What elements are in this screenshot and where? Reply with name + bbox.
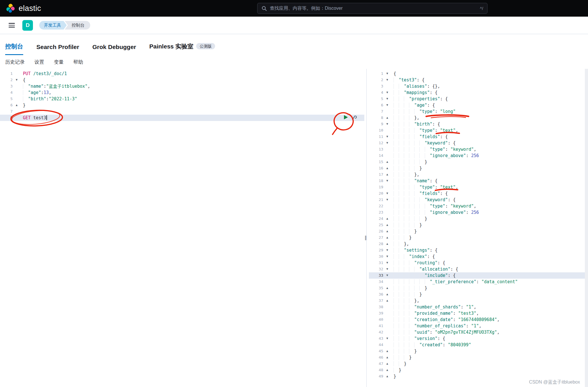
space-avatar[interactable]: D [22,20,33,31]
fold-close-icon[interactable]: ▲ [384,348,390,354]
fold-close-icon[interactable]: ▲ [384,285,390,291]
tab-console[interactable]: 控制台 [5,42,23,55]
code-line[interactable]: 26▲ } [369,228,588,234]
code-line[interactable]: 11▼ "fields": { [369,134,588,140]
fold-close-icon[interactable]: ▲ [384,171,390,178]
code-line[interactable]: 6▼ "age": { [369,102,588,108]
code-line[interactable]: 2▼ "test3": { [369,77,588,83]
code-line[interactable]: 8GET test3 [0,115,364,121]
fold-open-icon[interactable]: ▼ [384,335,390,342]
code-line[interactable]: 12▼ "keyword": { [369,140,588,146]
code-line[interactable]: 2▼{ [0,77,364,83]
code-line[interactable]: 10 "type": "text", [369,127,588,134]
fold-open-icon[interactable]: ▼ [384,247,390,253]
code-line[interactable]: 31▼ "routing": { [369,260,588,266]
code-line[interactable]: 40 "creation_date": "1667440809684", [369,316,588,323]
fold-close-icon[interactable]: ▲ [384,165,390,171]
fold-close-icon[interactable]: ▲ [384,291,390,298]
code-line[interactable]: 41 "number_of_replicas": "1", [369,323,588,329]
breadcrumb-console[interactable]: 控制台 [65,21,90,30]
code-line[interactable]: 32▼ "allocation": { [369,266,588,272]
code-line[interactable]: 22 "type": "keyword", [369,203,588,209]
code-line[interactable]: 17▲ }, [369,171,588,178]
menu-variables[interactable]: 变量 [54,59,64,65]
menu-settings[interactable]: 设置 [34,59,44,65]
fold-open-icon[interactable]: ▼ [384,134,390,140]
code-line[interactable]: 18▼ "name": { [369,178,588,184]
menu-icon[interactable] [9,23,15,28]
tab-search-profiler[interactable]: Search Profiler [36,44,79,55]
code-line[interactable]: 15▲ } [369,159,588,165]
code-line[interactable]: 42 "uuid": "oM2pn7gvTXC4ZjMFUO3TXg", [369,329,588,335]
code-line[interactable]: 7 "type": "long" [369,108,588,115]
fold-open-icon[interactable]: ▼ [384,253,390,260]
global-search-input[interactable]: 查找应用、内容等。例如：Discover ^/ [257,3,487,14]
code-line[interactable]: 48▲ } [369,367,588,373]
code-line[interactable]: 24▲ } [369,216,588,222]
fold-open-icon[interactable]: ▼ [384,89,390,96]
code-line[interactable]: 35▲ } [369,285,588,291]
code-line[interactable]: 4 "age":13, [0,89,364,96]
code-line[interactable]: 5 "birth":"2022-11-3" [0,96,364,102]
fold-close-icon[interactable]: ▲ [384,115,390,121]
tab-painless-lab[interactable]: Painless 实验室公测版 [149,42,215,55]
fold-close-icon[interactable]: ▲ [384,241,390,247]
code-line[interactable]: 34 "_tier_preference": "data_content" [369,279,588,285]
code-line[interactable]: 37▲ }, [369,298,588,304]
code-line[interactable]: 49▲} [369,373,588,380]
code-line[interactable]: 7 [0,108,364,115]
fold-open-icon[interactable]: ▼ [384,96,390,102]
fold-close-icon[interactable]: ▲ [384,159,390,165]
code-line[interactable]: 3 "aliases": {}, [369,83,588,89]
code-line[interactable]: 13 "type": "keyword", [369,146,588,153]
response-editor[interactable]: 1▼{2▼ "test3": {3 "aliases": {},4▼ "mapp… [369,69,588,387]
code-line[interactable]: 29▼ "settings": { [369,247,588,253]
code-line[interactable]: 25▲ } [369,222,588,228]
breadcrumb-dev-tools[interactable]: 开发工具 [39,21,67,30]
fold-open-icon[interactable]: ▼ [384,190,390,197]
code-line[interactable]: 43▼ "version": { [369,335,588,342]
code-line[interactable]: 47▲ } [369,361,588,367]
fold-close-icon[interactable]: ▲ [384,234,390,241]
panel-splitter[interactable]: ‖ [364,69,369,387]
fold-open-icon[interactable]: ▼ [384,197,390,203]
code-line[interactable]: 6▲} [0,102,364,108]
code-line[interactable]: 5▼ "properties": { [369,96,588,102]
code-line[interactable]: 16▲ } [369,165,588,171]
fold-open-icon[interactable]: ▼ [384,77,390,83]
fold-open-icon[interactable]: ▼ [384,178,390,184]
fold-open-icon[interactable]: ▼ [14,77,19,83]
fold-open-icon[interactable]: ▼ [384,272,390,279]
menu-help[interactable]: 帮助 [73,59,83,65]
fold-close-icon[interactable]: ▲ [384,228,390,234]
fold-close-icon[interactable]: ▲ [384,373,390,380]
elastic-logo[interactable]: elastic [6,3,41,13]
fold-open-icon[interactable]: ▼ [384,260,390,266]
code-line[interactable]: 28▲ }, [369,241,588,247]
code-line[interactable]: 46▲ } [369,354,588,361]
fold-close-icon[interactable]: ▲ [14,102,19,108]
fold-open-icon[interactable]: ▼ [384,266,390,272]
code-line[interactable]: 39 "provided_name": "test3", [369,310,588,316]
code-line[interactable]: 19 "type": "text", [369,184,588,190]
tab-grok-debugger[interactable]: Grok Debugger [92,44,136,55]
code-line[interactable]: 4▼ "mappings": { [369,89,588,96]
wrench-icon[interactable] [351,114,357,120]
menu-history[interactable]: 历史记录 [5,59,25,65]
fold-close-icon[interactable]: ▲ [384,222,390,228]
code-line[interactable]: 45▲ } [369,348,588,354]
fold-close-icon[interactable]: ▲ [384,216,390,222]
code-line[interactable]: 8▲ }, [369,115,588,121]
fold-close-icon[interactable]: ▲ [384,354,390,361]
code-line[interactable]: 9▼ "birth": { [369,121,588,127]
code-line[interactable]: 38 "number_of_shards": "1", [369,304,588,310]
code-line[interactable]: 23 "ignore_above": 256 [369,209,588,216]
code-line[interactable]: 1▼{ [369,71,588,77]
fold-open-icon[interactable]: ▼ [384,121,390,127]
code-line[interactable]: 20▼ "fields": { [369,190,588,197]
fold-close-icon[interactable]: ▲ [384,367,390,373]
code-line[interactable]: 14 "ignore_above": 256 [369,153,588,159]
fold-close-icon[interactable]: ▲ [384,298,390,304]
code-line[interactable]: 27▲ } [369,234,588,241]
play-icon[interactable] [343,115,348,120]
